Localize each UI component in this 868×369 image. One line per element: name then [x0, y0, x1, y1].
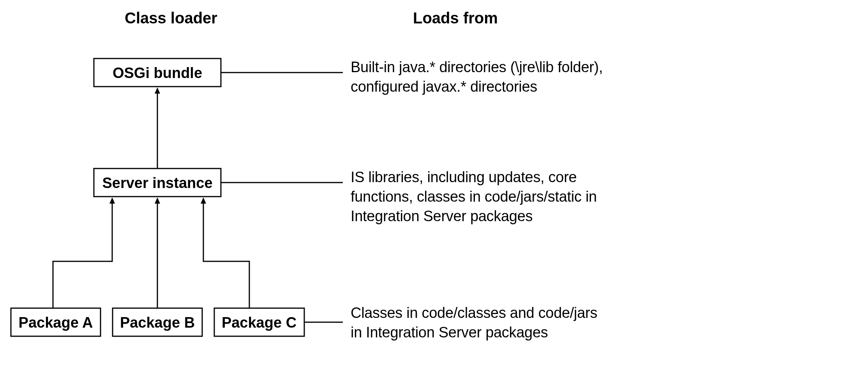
desc-server-line2: functions, classes in code/jars/static i… [351, 188, 597, 205]
label-package-a: Package A [19, 314, 93, 331]
desc-server-line3: Integration Server packages [351, 208, 533, 224]
node-server-instance: Server instance [94, 169, 221, 197]
desc-packages-line1: Classes in code/classes and code/jars [351, 305, 597, 321]
node-package-b: Package B [113, 308, 202, 336]
node-package-a: Package A [11, 308, 101, 336]
label-server-instance: Server instance [102, 175, 212, 191]
arrow-pkgA-to-server [53, 203, 112, 308]
label-package-c: Package C [222, 314, 296, 331]
node-osgi-bundle: OSGi bundle [94, 59, 221, 87]
label-package-b: Package B [120, 314, 195, 331]
arrow-pkgC-to-server [203, 203, 249, 308]
desc-packages-line2: in Integration Server packages [351, 324, 548, 341]
heading-loads-from: Loads from [413, 9, 498, 27]
heading-class-loader: Class loader [125, 9, 217, 27]
desc-osgi-line2: configured javax.* directories [351, 78, 537, 95]
desc-server-line1: IS libraries, including updates, core [351, 169, 577, 185]
desc-osgi-line1: Built-in java.* directories (\jre\lib fo… [351, 59, 603, 75]
classloader-diagram: Class loader Loads from OSGi bundle Buil… [0, 0, 868, 369]
node-package-c: Package C [214, 308, 304, 336]
label-osgi-bundle: OSGi bundle [113, 65, 202, 81]
